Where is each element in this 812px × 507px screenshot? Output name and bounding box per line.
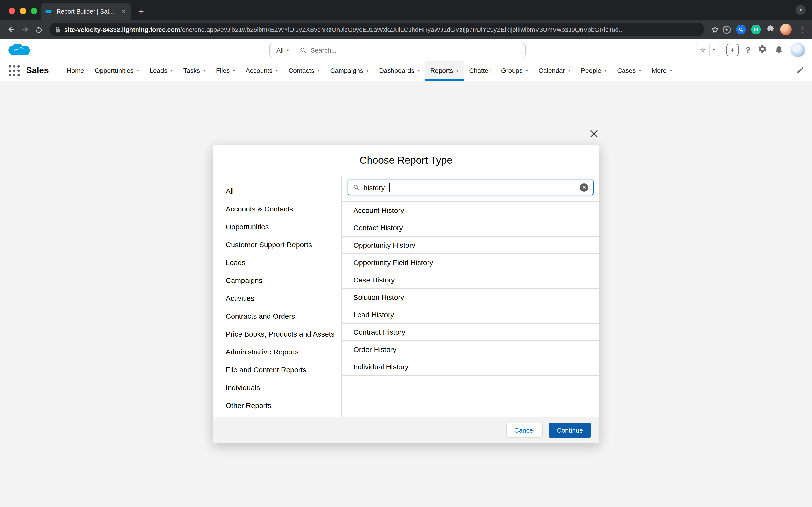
url-path: /one/one.app#eyJjb21wb25lbnREZWYiOiJyZXB… bbox=[180, 26, 624, 33]
category-label: Leads bbox=[226, 258, 246, 267]
help-icon[interactable]: ? bbox=[746, 45, 751, 55]
browser-profile-avatar[interactable] bbox=[780, 24, 792, 35]
report-type-label: Individual History bbox=[353, 362, 408, 371]
browser-menu-icon[interactable]: ⋮ bbox=[797, 25, 807, 34]
extensions-cluster: G ⋮ bbox=[723, 24, 807, 35]
report-type-result-row[interactable]: Lead History bbox=[342, 306, 599, 324]
address-bar[interactable]: site-velocity-84332.lightning.force.com/… bbox=[49, 23, 704, 36]
category-item[interactable]: File and Content Reports bbox=[226, 361, 341, 379]
nav-tab[interactable]: Dashboards ▾ bbox=[374, 61, 425, 80]
global-actions-icon[interactable]: + bbox=[726, 44, 738, 56]
report-type-result-row[interactable]: Solution History bbox=[342, 289, 599, 306]
nav-tabs: Home Opportunities ▾ Leads ▾ Tasks ▾ bbox=[61, 61, 795, 80]
report-type-result-row[interactable]: Case History bbox=[342, 271, 599, 289]
favorites-list-icon[interactable]: ▾ bbox=[709, 44, 718, 56]
global-search-bar[interactable]: All ▾ Search... bbox=[269, 43, 526, 57]
chevron-down-icon: ▾ bbox=[670, 68, 672, 73]
nav-tab[interactable]: People ▾ bbox=[576, 61, 612, 80]
report-type-result-row[interactable]: Individual History bbox=[342, 358, 599, 376]
nav-tab[interactable]: Calendar ▾ bbox=[533, 61, 576, 80]
nav-tab[interactable]: Chatter bbox=[464, 61, 496, 80]
app-launcher-icon[interactable] bbox=[9, 65, 20, 76]
category-item[interactable]: Price Books, Products and Assets bbox=[226, 325, 341, 343]
tab-search-icon[interactable]: ▾ bbox=[796, 5, 806, 15]
chevron-down-icon: ▾ bbox=[568, 68, 570, 73]
nav-tab[interactable]: Home bbox=[61, 61, 89, 80]
category-item[interactable]: Accounts & Contacts bbox=[226, 200, 341, 218]
modal-footer: Cancel Continue bbox=[213, 417, 599, 443]
nav-tab[interactable]: Accounts ▾ bbox=[241, 61, 283, 80]
report-type-result-row[interactable]: Account History bbox=[342, 202, 599, 219]
report-type-result-row[interactable]: Opportunity History bbox=[342, 237, 599, 254]
report-type-result-row[interactable]: Opportunity Field History bbox=[342, 254, 599, 271]
user-avatar[interactable] bbox=[791, 43, 805, 57]
nav-tab[interactable]: Campaigns ▾ bbox=[325, 61, 374, 80]
new-tab-icon[interactable]: + bbox=[138, 7, 144, 16]
nav-tab[interactable]: Leads ▾ bbox=[144, 61, 178, 80]
extension-search-icon[interactable] bbox=[736, 24, 746, 34]
chevron-down-icon: ▾ bbox=[367, 68, 368, 73]
edit-nav-pencil-icon[interactable] bbox=[797, 66, 804, 75]
bookmark-star-icon[interactable] bbox=[708, 23, 722, 36]
nav-tab-label: Campaigns bbox=[330, 67, 363, 74]
setup-gear-icon[interactable] bbox=[758, 44, 767, 56]
extensions-puzzle-icon[interactable] bbox=[766, 24, 775, 35]
category-item[interactable]: Activities bbox=[226, 289, 341, 307]
url-text: site-velocity-84332.lightning.force.com/… bbox=[64, 26, 624, 33]
category-item[interactable]: Campaigns bbox=[226, 271, 341, 289]
report-type-search-input[interactable]: history × bbox=[348, 180, 594, 195]
reload-icon[interactable] bbox=[32, 23, 45, 36]
back-icon[interactable] bbox=[5, 23, 18, 36]
clear-search-icon[interactable]: × bbox=[580, 183, 588, 191]
report-type-result-row[interactable]: Contract History bbox=[342, 324, 599, 341]
chevron-down-icon: ▾ bbox=[203, 68, 205, 73]
nav-tab[interactable]: Groups ▾ bbox=[496, 61, 534, 80]
category-item[interactable]: Other Reports bbox=[226, 396, 341, 414]
tab-close-icon[interactable]: × bbox=[120, 7, 127, 15]
category-item[interactable]: All bbox=[226, 182, 341, 200]
nav-tab-label: Groups bbox=[501, 67, 523, 74]
report-type-result-row[interactable]: Order History bbox=[342, 341, 599, 358]
notifications-bell-icon[interactable] bbox=[774, 44, 783, 56]
category-item[interactable]: Customer Support Reports bbox=[226, 236, 341, 253]
nav-tab-label: Chatter bbox=[469, 67, 491, 74]
forward-icon[interactable] bbox=[18, 23, 32, 36]
chevron-down-icon: ▾ bbox=[605, 68, 607, 73]
cancel-button[interactable]: Cancel bbox=[506, 423, 543, 438]
nav-tab[interactable]: Files ▾ bbox=[210, 61, 240, 80]
grammarly-icon[interactable]: G bbox=[751, 24, 761, 34]
nav-tab[interactable]: Cases ▾ bbox=[612, 61, 647, 80]
category-item[interactable]: Administrative Reports bbox=[226, 343, 341, 361]
nav-tab-label: People bbox=[581, 67, 601, 74]
nav-tab[interactable]: Contacts ▾ bbox=[283, 61, 325, 80]
category-label: Individuals bbox=[226, 383, 260, 392]
category-item[interactable]: Opportunities bbox=[226, 218, 341, 236]
browser-window: Report Builder | Salesforce × + ▾ site-v… bbox=[0, 0, 812, 507]
search-scope-selector[interactable]: All ▾ bbox=[270, 44, 295, 57]
nav-tab-label: Leads bbox=[150, 67, 167, 74]
nav-tab[interactable]: Reports ▾ bbox=[425, 61, 464, 80]
report-type-results-pane: history × Account History Contact Histor… bbox=[342, 176, 599, 417]
nav-tab-label: Files bbox=[216, 67, 230, 74]
search-scope-label: All bbox=[276, 47, 284, 54]
favorites-star-icon[interactable]: ☆ bbox=[696, 44, 709, 56]
modal-body: All Accounts & Contacts Opportunities Cu… bbox=[213, 176, 599, 417]
nav-tab[interactable]: Tasks ▾ bbox=[178, 61, 210, 80]
window-zoom-button[interactable] bbox=[31, 8, 37, 14]
window-minimize-button[interactable] bbox=[20, 8, 26, 14]
nav-tab-label: More bbox=[652, 67, 667, 74]
chevron-down-icon: ▾ bbox=[639, 68, 641, 73]
category-item[interactable]: Contracts and Orders bbox=[226, 307, 341, 325]
report-type-result-row[interactable]: Contact History bbox=[342, 219, 599, 237]
salesforce-global-header: All ▾ Search... ☆ ▾ + ? bbox=[0, 39, 812, 61]
nav-tab[interactable]: More ▾ bbox=[647, 61, 677, 80]
browser-tab[interactable]: Report Builder | Salesforce × bbox=[41, 3, 132, 20]
category-item[interactable]: Leads bbox=[226, 253, 341, 271]
continue-button[interactable]: Continue bbox=[549, 423, 591, 438]
chevron-down-icon: ▾ bbox=[137, 68, 139, 73]
extension-ring-icon[interactable] bbox=[723, 25, 731, 34]
modal-close-icon[interactable] bbox=[588, 127, 600, 140]
category-item[interactable]: Individuals bbox=[226, 379, 341, 396]
window-close-button[interactable] bbox=[9, 8, 15, 14]
nav-tab[interactable]: Opportunities ▾ bbox=[89, 61, 144, 80]
